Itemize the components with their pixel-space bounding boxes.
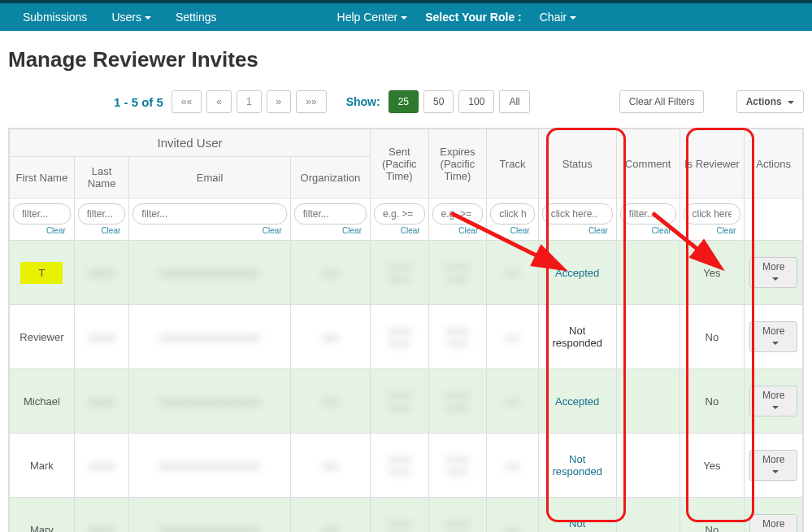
cell-last-name: xxxxx xyxy=(89,331,115,343)
clear-filter[interactable]: Clear xyxy=(542,225,613,235)
cell-expires: xx/xxxxxx xyxy=(445,260,470,285)
cell-expires: xx/xxxxxx xyxy=(445,325,470,349)
page-size-all[interactable]: All xyxy=(499,90,529,113)
filter-organization[interactable] xyxy=(294,203,367,225)
cell-status[interactable]: Accepted xyxy=(555,395,599,408)
filter-first-name[interactable] xyxy=(13,203,71,225)
pager-next[interactable]: » xyxy=(267,90,292,113)
nav-settings[interactable]: Settings xyxy=(164,4,228,30)
role-select[interactable]: Chair xyxy=(528,4,588,30)
page-title: Manage Reviewer Invites xyxy=(8,47,804,72)
nav-users-label: Users xyxy=(111,11,141,24)
role-select-label: Select Your Role : xyxy=(420,4,527,30)
page-size-50[interactable]: 50 xyxy=(423,90,454,113)
cell-status[interactable]: Not responded xyxy=(552,453,601,477)
table-row: Markxxxxxxxxxxxxxxxxxxxxxxxxxxxxx/xxxxxx… xyxy=(10,434,803,498)
col-status[interactable]: Status xyxy=(538,129,616,198)
cell-is-reviewer: Yes xyxy=(703,267,720,279)
col-organization[interactable]: Organization xyxy=(290,157,370,198)
col-expires[interactable]: Expires (Pacific Time) xyxy=(428,129,487,198)
clear-filter[interactable]: Clear xyxy=(13,225,71,235)
toolbar: 1 - 5 of 5 «« « 1 » »» Show: 25 50 100 A… xyxy=(8,87,804,121)
clear-all-filters-button[interactable]: Clear All Filters xyxy=(619,90,705,113)
col-sent[interactable]: Sent (Pacific Time) xyxy=(371,129,429,198)
row-more-button[interactable]: More xyxy=(749,321,797,352)
cell-track: xxx xyxy=(505,395,521,408)
nav-users[interactable]: Users xyxy=(100,4,163,30)
cell-status[interactable]: Accepted xyxy=(555,267,599,279)
invites-table: Invited User Sent (Pacific Time) Expires… xyxy=(8,128,804,532)
pager-prev[interactable]: « xyxy=(206,90,232,113)
table-row: Michaelxxxxxxxxxxxxxxxxxxxxxxxxxxxxx/xxx… xyxy=(10,369,803,434)
cell-organization: xxx xyxy=(323,331,339,343)
col-last-name[interactable]: Last Name xyxy=(74,157,129,198)
cell-comment xyxy=(616,369,680,434)
caret-icon xyxy=(772,406,779,409)
cell-last-name: xxxxx xyxy=(89,395,115,408)
cell-sent: xx/xxxxxx xyxy=(387,389,411,413)
cell-expires: xx/xxxxxx xyxy=(445,453,470,477)
caret-icon xyxy=(772,342,779,345)
clear-filter[interactable]: Clear xyxy=(374,225,425,235)
clear-filter[interactable]: Clear xyxy=(294,225,367,235)
clear-filter[interactable]: Clear xyxy=(490,225,534,235)
col-comment[interactable]: Comment xyxy=(616,129,680,198)
cell-comment xyxy=(616,305,680,369)
topbar: Submissions Users Settings Help Center S… xyxy=(0,0,812,31)
cell-first-name: Mary xyxy=(30,524,54,533)
pager-first[interactable]: «« xyxy=(172,90,202,113)
cell-email: xxxxxxxxxxxxxxxxxxx xyxy=(159,331,260,343)
cell-email: xxxxxxxxxxxxxxxxxxx xyxy=(159,267,260,279)
row-more-button[interactable]: More xyxy=(749,257,797,288)
cell-sent: xx/xxxxxx xyxy=(387,325,411,349)
row-more-button[interactable]: More xyxy=(749,514,797,532)
filter-sent[interactable] xyxy=(374,203,425,225)
actions-button[interactable]: Actions xyxy=(736,90,804,113)
filter-expires[interactable] xyxy=(432,203,484,225)
filter-track[interactable] xyxy=(490,203,534,225)
clear-filter[interactable]: Clear xyxy=(620,225,676,235)
cell-is-reviewer: Yes xyxy=(703,460,720,472)
cell-organization: xxx xyxy=(323,524,339,533)
col-first-name[interactable]: First Name xyxy=(10,157,75,198)
row-more-button[interactable]: More xyxy=(749,450,797,481)
col-track[interactable]: Track xyxy=(487,129,538,198)
cell-organization: xxx xyxy=(323,395,339,408)
clear-filter[interactable]: Clear xyxy=(432,225,484,235)
pager-last[interactable]: »» xyxy=(296,90,326,113)
cell-comment xyxy=(616,434,680,498)
cell-is-reviewer: No xyxy=(706,331,719,343)
clear-filter[interactable]: Clear xyxy=(132,225,286,235)
cell-is-reviewer: No xyxy=(706,524,719,533)
filter-email[interactable] xyxy=(132,203,286,225)
cell-expires: xx/xxxxxx xyxy=(445,517,470,532)
cell-status[interactable]: Not responded xyxy=(552,517,601,532)
role-value: Chair xyxy=(540,11,567,24)
cell-expires: xx/xxxxxx xyxy=(445,389,470,413)
cell-first-name: Michael xyxy=(24,395,60,408)
cell-sent: xx/xxxxxx xyxy=(387,517,411,532)
cell-track: xxx xyxy=(505,331,521,343)
table-row: Txxxxxxxxxxxxxxxxxxxxxxxxxxxxx/xxxxxxxx/… xyxy=(10,241,803,305)
clear-filter[interactable]: Clear xyxy=(78,225,126,235)
page-size-group: 25 50 100 All xyxy=(389,90,530,113)
pager-page[interactable]: 1 xyxy=(237,90,262,113)
cell-is-reviewer: No xyxy=(706,395,719,408)
page-size-100[interactable]: 100 xyxy=(458,90,494,113)
cell-comment xyxy=(616,241,680,305)
filter-is-reviewer[interactable] xyxy=(684,203,741,225)
cell-organization: xxx xyxy=(323,267,339,279)
col-email[interactable]: Email xyxy=(129,157,290,198)
filter-last-name[interactable] xyxy=(78,203,126,225)
filter-comment[interactable] xyxy=(620,203,676,225)
clear-filter[interactable]: Clear xyxy=(684,225,741,235)
filter-status[interactable] xyxy=(542,203,613,225)
table-row: Maryxxxxxxxxxxxxxxxxxxxxxxxxxxxxx/xxxxxx… xyxy=(10,498,803,533)
row-more-button[interactable]: More xyxy=(749,386,797,416)
cell-first-name: Mark xyxy=(30,460,54,472)
cell-sent: xx/xxxxxx xyxy=(387,260,411,285)
page-size-25[interactable]: 25 xyxy=(389,90,419,113)
nav-submissions[interactable]: Submissions xyxy=(11,4,98,30)
nav-help[interactable]: Help Center xyxy=(326,4,419,30)
col-is-reviewer[interactable]: Is Reviewer xyxy=(680,129,745,198)
